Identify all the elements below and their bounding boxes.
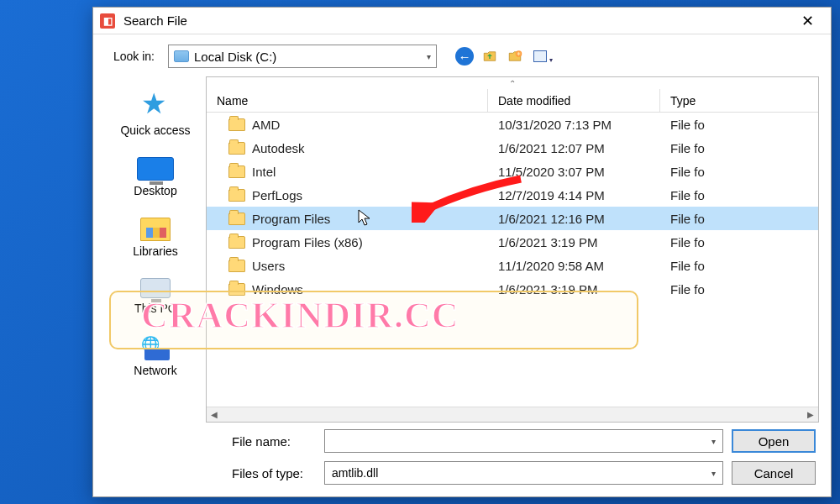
search-file-dialog: ◧ Search File ✕ Look in: Local Disk (C:)… [92,7,832,497]
file-name: Users [252,259,285,273]
file-type: File fo [660,141,818,155]
file-date: 1/6/2021 3:19 PM [488,235,660,249]
sidebar-label: Desktop [134,184,176,197]
lookin-toolbar: Look in: Local Disk (C:) ▾ ← ▾ [93,34,831,76]
folder-icon [228,213,245,225]
file-type: File fo [660,282,818,297]
back-button[interactable]: ← [455,47,474,66]
file-row[interactable]: Program Files (x86)1/6/2021 3:19 PMFile … [207,230,818,254]
filetype-row: Files of type: amtlib.dll ▾ Cancel [232,461,816,485]
sidebar-item-libraries[interactable]: Libraries [133,218,178,258]
file-date: 12/7/2019 4:14 PM [488,188,660,202]
sidebar-item-quick-access[interactable]: Quick access [120,92,190,137]
close-button[interactable]: ✕ [790,8,824,34]
file-row[interactable]: Users11/1/2020 9:58 AMFile fo [207,254,818,277]
watermark-box [109,291,638,349]
sidebar-label: Libraries [133,244,178,258]
file-type: File fo [660,212,818,226]
filetype-label: Files of type: [232,466,316,480]
star-icon [141,92,170,120]
sidebar-label: Network [134,364,176,377]
view-menu-button[interactable]: ▾ [531,47,549,66]
file-rows: AMD10/31/2020 7:13 PMFile foAutodesk1/6/… [207,113,818,407]
file-date: 11/5/2020 3:07 PM [488,165,660,179]
file-name: Program Files (x86) [252,235,363,249]
folder-icon [228,260,245,272]
app-icon: ◧ [100,13,115,29]
desktop-icon [137,157,174,181]
dialog-title: Search File [123,13,790,28]
folder-icon [228,118,245,131]
titlebar: ◧ Search File ✕ [93,8,831,34]
file-name: Intel [252,165,276,179]
file-date: 10/31/2020 7:13 PM [488,118,660,132]
filetype-dropdown[interactable]: amtlib.dll ▾ [324,461,723,485]
libraries-icon [140,218,171,241]
file-date: 1/6/2021 12:16 PM [488,212,660,226]
file-row[interactable]: Program Files1/6/2021 12:16 PMFile fo [207,207,818,230]
column-type[interactable]: Type [660,94,818,108]
column-name[interactable]: Name [207,89,488,112]
chevron-down-icon: ▾ [427,52,431,61]
file-row[interactable]: PerfLogs12/7/2019 4:14 PMFile fo [207,183,818,207]
file-name: Autodesk [252,141,305,155]
file-row[interactable]: Intel11/5/2020 3:07 PMFile fo [207,160,818,183]
body-area: Quick access Desktop Libraries This PC N… [93,76,831,423]
nav-buttons: ← ▾ [455,47,549,66]
sidebar-item-desktop[interactable]: Desktop [134,157,176,197]
scroll-right-icon[interactable]: ▶ [803,410,818,419]
chevron-down-icon: ▾ [711,437,716,446]
bottom-panel: File name: ▾ Open Files of type: amtlib.… [93,423,831,496]
file-date: 1/6/2021 12:07 PM [488,141,660,155]
filename-label: File name: [232,434,316,449]
up-folder-button[interactable] [480,47,499,66]
folder-icon [228,165,245,178]
scroll-left-icon[interactable]: ◀ [207,410,222,419]
file-row[interactable]: AMD10/31/2020 7:13 PMFile fo [207,113,818,136]
cancel-button[interactable]: Cancel [732,461,816,485]
filetype-value: amtlib.dll [332,466,378,480]
file-name: Program Files [252,212,330,226]
horizontal-scrollbar[interactable]: ◀ ▶ [207,407,818,422]
file-date: 11/1/2020 9:58 AM [488,259,660,273]
file-name: PerfLogs [252,188,302,202]
file-list: ⌃ Name Date modified Type AMD10/31/2020 … [206,76,819,423]
filename-row: File name: ▾ Open [232,429,816,453]
file-type: File fo [660,235,818,249]
open-button[interactable]: Open [732,429,816,453]
file-type: File fo [660,118,818,132]
places-sidebar: Quick access Desktop Libraries This PC N… [105,76,206,423]
column-date[interactable]: Date modified [488,89,660,112]
sidebar-label: Quick access [120,123,190,137]
file-name: AMD [252,118,280,132]
lookin-dropdown[interactable]: Local Disk (C:) ▾ [168,45,437,68]
lookin-value: Local Disk (C:) [194,50,422,64]
chevron-down-icon: ▾ [711,469,716,478]
folder-icon [228,189,245,202]
file-type: File fo [660,165,818,179]
file-row[interactable]: Autodesk1/6/2021 12:07 PMFile fo [207,136,818,160]
file-type: File fo [660,188,818,202]
file-type: File fo [660,259,818,273]
sort-indicator[interactable]: ⌃ [207,77,818,89]
folder-icon [228,142,245,155]
disk-icon [174,50,189,62]
filename-input[interactable]: ▾ [324,429,723,453]
lookin-label: Look in: [105,50,160,63]
column-headers: Name Date modified Type [207,89,818,113]
new-folder-button[interactable] [506,47,524,66]
folder-icon [228,236,245,249]
